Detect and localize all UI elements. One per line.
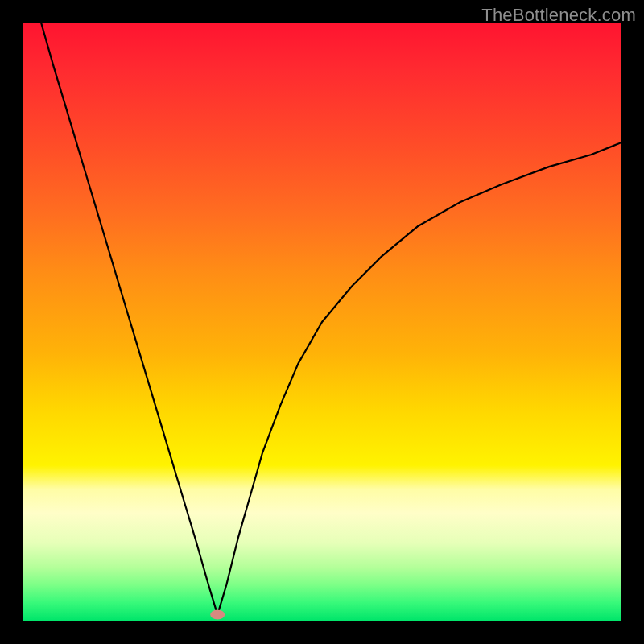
minimum-marker: [210, 610, 225, 620]
curve-right-branch: [217, 142, 621, 614]
chart-svg: [23, 23, 621, 621]
watermark-text: TheBottleneck.com: [481, 5, 636, 26]
chart-frame: TheBottleneck.com: [0, 0, 644, 644]
plot-area: [23, 23, 621, 621]
curve-left-branch: [41, 23, 217, 615]
